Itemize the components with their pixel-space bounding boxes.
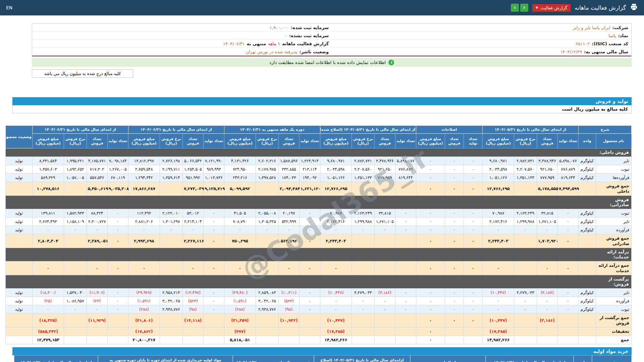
value-cell: ۵۳,۰۱۲	[182, 209, 203, 218]
value-cell: ۳۳۲,۸۵۵	[278, 165, 299, 174]
value-cell: ۰	[395, 305, 416, 314]
section-label-text: فروش داخلی:	[599, 150, 629, 155]
header-group-row: شرحاز ابتدای سال مالی تا تاریخ ۱۴۰۴/۰۵/۳…	[5, 126, 631, 134]
value-cell	[374, 336, 395, 344]
report-period-suffix: منتهی به	[247, 41, 266, 46]
purchase-col-1: واحد	[574, 355, 592, 362]
value-cell	[278, 327, 299, 336]
col-sub-header: تعداد تولید	[299, 134, 320, 148]
value-cell: ۲,۰۵۵,۰۰۸	[256, 209, 278, 218]
company-info-panel: شرکت: ایران یاسا تایر و رابر سرمایه ثبت …	[32, 23, 632, 57]
value-cell: (۳,۱۸۶)	[537, 314, 558, 327]
unit-cell: کیلوگرم	[579, 209, 596, 218]
product-name-cell: تایر	[596, 157, 632, 165]
value-cell: ۹۵۱,۹۹۲	[182, 174, 203, 182]
value-cell: ۱,۹۹۵,۲۲۱	[64, 157, 87, 165]
value-cell	[514, 327, 537, 336]
value-cell	[352, 327, 374, 336]
previous-report-button[interactable]: ‹	[511, 4, 519, 12]
value-cell: ۷۰۸,۷۹۰	[224, 218, 256, 226]
status-cell: تولید	[5, 297, 32, 305]
value-cell: ۰	[416, 289, 445, 297]
value-cell: ۱,۲۹۹,۹۸۸	[514, 218, 537, 226]
value-cell: ۲۰,۸۰۰,۳۱۷	[128, 336, 160, 344]
value-cell: ۲,۸۰۴,۳۰۴	[32, 234, 64, 248]
report-type-dropdown[interactable]: گزارش فعالیت ▼	[532, 4, 571, 12]
value-cell	[537, 336, 558, 344]
amounts-note: کلیه مبالغ درج شده به میلیون ریال می باش…	[32, 69, 133, 78]
value-cell: ۱۱۲,۴۹۲	[128, 209, 160, 218]
value-cell	[514, 314, 537, 327]
value-cell: ۹۲۱,۶۵۰	[537, 165, 558, 174]
product-name-cell: فرآورده	[596, 297, 632, 305]
topbar: گزارش فعالیت ماهانه گزارش فعالیت ▼ › ‹ E…	[0, 0, 644, 15]
section-label: برگشت از فروش:	[5, 275, 631, 289]
col-sub-header: تعداد فروش	[182, 134, 203, 148]
value-cell: ۰	[558, 218, 579, 226]
isic-label: کد صنعت (ISIC):	[592, 41, 628, 46]
value-cell: ۲,۲۱۴,۱۰۴	[182, 218, 203, 226]
report-navigation: › ‹	[511, 4, 528, 12]
print-icon[interactable]	[630, 3, 638, 12]
value-cell	[278, 336, 299, 344]
value-cell: ۷۷۷,۹۵۹	[537, 174, 558, 182]
capital-registered-label: سرمایه ثبت شده:	[291, 25, 329, 30]
purchase-col-2: از ابتدای سال مالی تا تاریخ ۱۴۰۴/۰۵/۳۱	[486, 355, 574, 362]
unit-cell: کیلوگرم	[579, 289, 596, 297]
value-cell: ۰	[558, 261, 579, 275]
value-cell	[256, 314, 278, 327]
status-cell	[5, 336, 32, 344]
purchase-col-6: مواد اولیه خریداری شده از ابتدای دوره تا…	[98, 355, 233, 362]
value-cell	[395, 234, 416, 248]
value-cell	[464, 336, 482, 344]
company-field: شرکت: ایران یاسا تایر و رابر	[332, 24, 631, 32]
value-cell: ۱,۳۵۱,۱۳۳	[352, 174, 374, 182]
raw-materials-section: خرید مواد اولیه شرحواحداز ابتدای سال مال…	[12, 347, 632, 362]
value-cell: ۲,۱۷۲,۴۱۶	[482, 218, 514, 226]
value-cell: ۵,۸۱۸,۰۵۱	[224, 336, 256, 344]
value-cell	[558, 314, 579, 327]
company-value: ایران یاسا تایر و رابر	[573, 25, 610, 30]
status-cell: تولید	[5, 165, 32, 174]
value-cell: ۰	[416, 218, 445, 226]
col-sub-header: تعداد تولید	[395, 134, 416, 148]
table-row: فرآورده‌هاکیلوگرم۸۱۹,۶۴۴۷۷۷,۹۵۹۱,۳۵۱,۱۳۳…	[5, 174, 631, 182]
value-cell: ۰	[558, 297, 579, 305]
value-cell: ۲,۸۸۱,۲۰۶	[128, 218, 160, 226]
header-sub-row: نام محصولواحدتعداد تولیدتعداد فروشنرخ فر…	[5, 134, 631, 148]
value-cell: ۱,۰۸۶,۹۵۷	[64, 297, 87, 305]
value-cell: ۲,۹۹۳,۶۹۸	[128, 234, 160, 248]
table-row: فرآوردهکیلوگرم۰۰۰۰۰۰۰۰۰۰۰۰۰۰۰۰۰۰۰۰۰۰۰تول…	[5, 226, 631, 234]
language-toggle[interactable]: EN	[6, 5, 12, 10]
value-cell: ۰	[558, 289, 579, 297]
status-cell: تولید	[5, 305, 32, 314]
value-cell	[299, 314, 320, 327]
section-label: درآمد ارائه خدمات:	[5, 248, 631, 261]
value-cell	[182, 336, 203, 344]
value-cell: ۱,۲۹۴,۳۴۲	[128, 174, 160, 182]
status-cell	[5, 182, 32, 196]
unit-cell	[579, 314, 596, 327]
fiscal-year-field: سال مالی منتهی به: ۱۴۰۴/۱۲/۲۹	[332, 48, 631, 56]
value-cell: ۰	[464, 314, 482, 327]
value-cell: ۰	[182, 226, 203, 234]
value-cell: ۰	[224, 226, 256, 234]
value-cell	[558, 327, 579, 336]
value-cell: ۰	[203, 218, 224, 226]
value-cell: ۰	[299, 261, 320, 275]
product-name-cell: فرآورده‌ها	[596, 174, 632, 182]
value-cell: ۱۷,۸۶۶,۲۸۷	[128, 182, 160, 196]
value-cell: ۱۴,۹۸۲,۲۶۶	[320, 336, 352, 344]
publisher-status-label: وضعیت ناشر:	[300, 49, 329, 54]
value-cell: ۴,۱۷۵,۷۷۱	[87, 157, 107, 165]
value-cell: ۸۸,۳۲۴	[87, 209, 107, 218]
value-cell: ۰	[416, 261, 445, 275]
status-cell: تولید	[5, 209, 32, 218]
value-cell: ۵,۴۵۰,۶۱۹	[87, 182, 107, 196]
next-report-button[interactable]: ›	[520, 4, 528, 12]
raw-materials-header: خرید مواد اولیه	[12, 347, 632, 355]
info-row: سال مالی منتهی به: ۱۴۰۴/۱۲/۲۹ وضعیت ناشر…	[32, 48, 631, 56]
value-cell	[299, 336, 320, 344]
col-group-3: دوره یک ماهه منتهی به ۱۴۰۴/۰۶/۳۱	[224, 126, 320, 134]
report-content: شرکت: ایران یاسا تایر و رابر سرمایه ثبت …	[12, 23, 632, 362]
